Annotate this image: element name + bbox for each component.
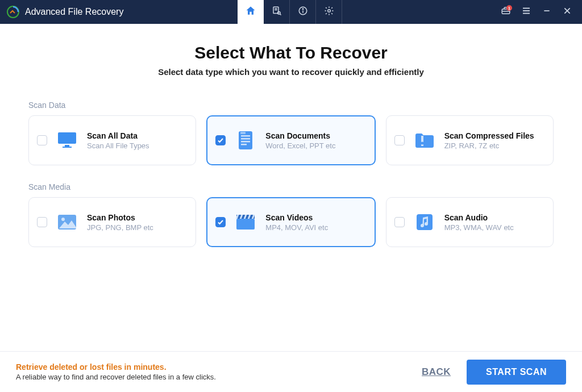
tab-search[interactable] [264, 0, 290, 24]
card-scan-all[interactable]: Scan All Data Scan All File Types [28, 115, 196, 165]
promo-title: Retrieve deleted or lost files in minute… [16, 362, 216, 372]
page-subtitle: Select data type which you want to recov… [28, 67, 554, 77]
card-title: Scan Audio [444, 213, 514, 222]
card-scan-compressed[interactable]: Scan Compressed Files ZIP, RAR, 7Z etc [386, 115, 554, 165]
card-subtitle: JPG, PNG, BMP etc [87, 223, 153, 232]
card-title: Scan Documents [265, 131, 335, 140]
svg-line-5 [280, 14, 281, 15]
music-note-icon [414, 211, 435, 233]
toolbox-button[interactable]: 1 [496, 0, 516, 24]
titlebar: Advanced File Recovery [0, 0, 582, 24]
checkbox[interactable] [215, 135, 226, 145]
svg-rect-22 [241, 135, 250, 137]
svg-rect-20 [63, 147, 72, 148]
card-subtitle: Scan All File Types [87, 141, 149, 150]
card-scan-audio[interactable]: Scan Audio MP3, WMA, WAV etc [386, 197, 554, 247]
svg-rect-19 [65, 145, 69, 147]
svg-rect-25 [241, 144, 247, 145]
scan-data-row: Scan All Data Scan All File Types Scan D… [28, 115, 554, 165]
close-button[interactable] [557, 0, 577, 24]
card-title: Scan Videos [265, 213, 328, 222]
zip-folder-icon [414, 130, 435, 151]
page-title: Select What To Recover [28, 43, 554, 62]
monitor-icon [56, 130, 78, 151]
notification-badge: 1 [506, 5, 512, 11]
tab-home[interactable] [238, 0, 264, 24]
promo-subtitle: A reliable way to find and recover delet… [16, 373, 216, 381]
svg-rect-24 [241, 141, 250, 143]
app-logo-icon [6, 5, 20, 19]
checkbox[interactable] [37, 217, 47, 227]
back-button[interactable]: BACK [422, 366, 451, 378]
footer: Retrieve deleted or lost files in minute… [0, 351, 582, 392]
svg-point-30 [61, 218, 65, 221]
card-scan-photos[interactable]: Scan Photos JPG, PNG, BMP etc [28, 197, 196, 247]
main-content: Select What To Recover Select data type … [0, 24, 582, 351]
card-scan-documents[interactable]: Scan Documents Word, Excel, PPT etc [206, 115, 375, 165]
card-scan-videos[interactable]: Scan Videos MP4, MOV, AVI etc [206, 197, 375, 247]
document-search-icon [272, 6, 282, 18]
info-icon [298, 6, 308, 18]
tab-settings[interactable] [316, 0, 342, 24]
hamburger-icon [521, 6, 531, 18]
gear-icon [324, 6, 334, 18]
start-scan-button[interactable]: START SCAN [467, 360, 566, 385]
titlebar-tabs [238, 0, 342, 24]
svg-point-28 [421, 142, 423, 145]
svg-rect-26 [240, 132, 246, 134]
photo-icon [56, 211, 78, 233]
card-subtitle: ZIP, RAR, 7Z etc [444, 141, 534, 150]
section-label-media: Scan Media [28, 182, 554, 191]
minimize-button[interactable] [537, 0, 557, 24]
card-subtitle: MP3, WMA, WAV etc [444, 223, 514, 232]
svg-point-9 [327, 10, 330, 12]
card-subtitle: Word, Excel, PPT etc [265, 141, 335, 150]
scan-media-row: Scan Photos JPG, PNG, BMP etc Scan Video… [28, 197, 554, 247]
card-title: Scan All Data [87, 131, 149, 140]
checkbox[interactable] [394, 135, 405, 145]
svg-point-8 [302, 9, 304, 10]
promo-text: Retrieve deleted or lost files in minute… [16, 362, 216, 381]
tab-info[interactable] [290, 0, 316, 24]
video-clapper-icon [235, 211, 256, 233]
app-title: Advanced File Recovery [25, 7, 123, 17]
card-title: Scan Photos [87, 213, 153, 222]
svg-rect-18 [58, 132, 76, 144]
close-icon [563, 6, 572, 18]
checkbox[interactable] [215, 217, 226, 227]
home-icon [245, 5, 256, 19]
card-subtitle: MP4, MOV, AVI etc [265, 223, 328, 232]
checkbox[interactable] [394, 217, 405, 227]
document-icon [235, 130, 256, 151]
section-label-data: Scan Data [28, 101, 554, 110]
minimize-icon [542, 6, 551, 18]
svg-rect-31 [236, 219, 255, 230]
svg-rect-23 [241, 138, 250, 140]
card-title: Scan Compressed Files [444, 131, 534, 140]
window-controls: 1 [496, 0, 582, 24]
hamburger-menu-button[interactable] [516, 0, 537, 24]
checkbox[interactable] [37, 135, 47, 145]
svg-rect-38 [417, 214, 433, 230]
